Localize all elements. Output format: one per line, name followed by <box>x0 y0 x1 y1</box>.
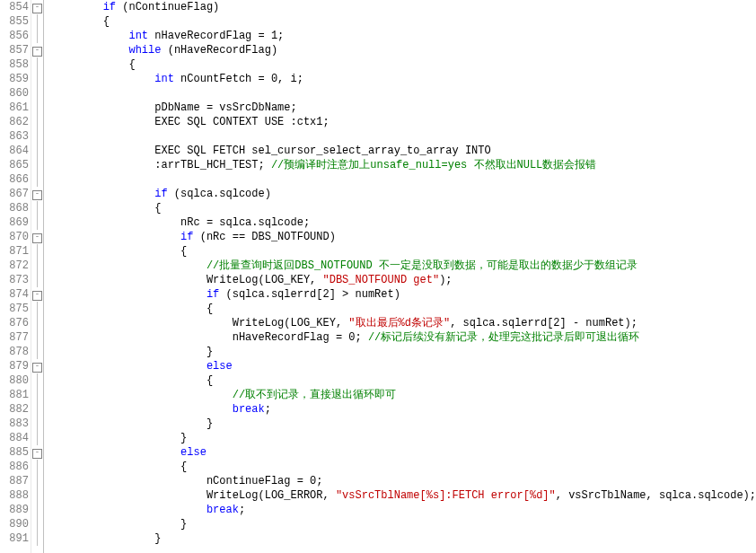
token-id: EXEC SQL CONTEXT USE :ctx1; <box>154 116 329 128</box>
code-line[interactable]: while (nHaveRecordFlag) <box>51 43 756 57</box>
fold-guide <box>31 388 43 402</box>
code-line[interactable]: if (sqlca.sqlcode) <box>51 187 756 201</box>
line-number: 867 <box>0 187 29 201</box>
token-id: EXEC SQL FETCH sel_cursor_select_array_t… <box>154 145 490 157</box>
code-line[interactable]: WriteLog(LOG_KEY, "取出最后%d条记录", sqlca.sql… <box>51 316 756 330</box>
line-number: 887 <box>0 474 29 488</box>
code-line[interactable]: { <box>51 460 756 474</box>
line-number: 866 <box>0 172 29 187</box>
code-line[interactable] <box>51 86 756 101</box>
token-com: //标记后续没有新记录，处理完这批记录后即可退出循环 <box>368 331 639 344</box>
code-line[interactable]: int nHaveRecordFlag = 1; <box>51 29 756 43</box>
token-id: { <box>180 461 187 473</box>
fold-guide <box>31 517 43 531</box>
fold-guide <box>31 215 43 230</box>
fold-guide <box>31 302 43 316</box>
token-id: (nContinueFlag) <box>116 1 219 13</box>
token-id: nHaveRecordFlag = 1; <box>148 30 284 42</box>
fold-guide <box>31 115 43 129</box>
token-kw: int <box>128 30 148 42</box>
token-kw: if <box>180 231 193 243</box>
code-line[interactable]: int nCountFetch = 0, i; <box>51 72 756 86</box>
fold-guide <box>31 474 43 488</box>
line-number: 858 <box>0 57 29 72</box>
code-line[interactable]: } <box>51 345 756 359</box>
code-line[interactable]: { <box>51 201 756 215</box>
code-line[interactable]: nRc = sqlca.sqlcode; <box>51 215 756 230</box>
fold-guide <box>31 29 43 43</box>
code-line[interactable]: //取不到记录，直接退出循环即可 <box>51 388 756 402</box>
fold-guide <box>31 144 43 158</box>
code-area[interactable]: if (nContinueFlag) { int nHaveRecordFlag… <box>44 0 756 553</box>
code-line[interactable]: :arrTBL_HCH_TEST; //预编译时注意加上unsafe_null=… <box>51 158 756 172</box>
line-number: 869 <box>0 215 29 230</box>
token-id: nCountFetch = 0, i; <box>174 73 303 85</box>
token-id: , sqlca.sqlerrd[2] - numRet); <box>450 317 637 329</box>
token-id: { <box>128 58 135 71</box>
code-line[interactable]: EXEC SQL FETCH sel_cursor_select_array_t… <box>51 144 756 158</box>
code-line[interactable]: } <box>51 431 756 445</box>
fold-toggle-icon[interactable]: - <box>31 0 43 14</box>
token-id: (sqlca.sqlcode) <box>168 188 271 200</box>
line-number-gutter: 8548558568578588598608618628638648658668… <box>0 0 31 553</box>
code-line[interactable]: { <box>51 14 756 29</box>
line-number: 856 <box>0 29 29 43</box>
token-id: ); <box>439 274 452 286</box>
code-line[interactable]: pDbName = vsSrcDbName; <box>51 101 756 115</box>
code-line[interactable]: break; <box>51 402 756 417</box>
code-line[interactable]: EXEC SQL CONTEXT USE :ctx1; <box>51 115 756 129</box>
fold-toggle-icon[interactable]: - <box>31 445 43 460</box>
fold-toggle-icon[interactable]: - <box>31 359 43 373</box>
code-line[interactable]: break; <box>51 503 756 517</box>
code-line[interactable]: WriteLog(LOG_ERROR, "vsSrcTblName[%s]:FE… <box>51 488 756 503</box>
code-line[interactable]: nContinueFlag = 0; <box>51 474 756 488</box>
token-kw: break <box>207 504 239 516</box>
line-number: 883 <box>0 417 29 431</box>
code-line[interactable]: { <box>51 373 756 388</box>
fold-guide <box>31 101 43 115</box>
code-line[interactable]: if (nContinueFlag) <box>51 0 756 14</box>
code-line[interactable]: } <box>51 417 756 431</box>
fold-guide <box>31 402 43 417</box>
fold-toggle-icon[interactable]: - <box>31 187 43 201</box>
line-number: 889 <box>0 503 29 517</box>
fold-guide <box>31 172 43 187</box>
code-line[interactable] <box>51 129 756 144</box>
code-line[interactable]: if (nRc == DBS_NOTFOUND) <box>51 230 756 244</box>
fold-toggle-icon[interactable]: - <box>31 287 43 302</box>
code-line[interactable]: //批量查询时返回DBS_NOTFOUND 不一定是没取到数据，可能是取出的数据… <box>51 259 756 273</box>
fold-guide <box>31 244 43 259</box>
line-number: 875 <box>0 302 29 316</box>
line-number: 888 <box>0 488 29 503</box>
token-kw: if <box>103 1 116 13</box>
token-str: "取出最后%d条记录" <box>348 317 450 329</box>
code-line[interactable]: WriteLog(LOG_KEY, "DBS_NOTFOUND get"); <box>51 273 756 287</box>
fold-toggle-icon[interactable]: - <box>31 230 43 244</box>
token-id: (nRc == DBS_NOTFOUND) <box>193 231 335 243</box>
code-line[interactable]: { <box>51 302 756 316</box>
code-line[interactable]: else <box>51 445 756 460</box>
code-line[interactable]: if (sqlca.sqlerrd[2] > numRet) <box>51 287 756 302</box>
code-line[interactable]: else <box>51 359 756 373</box>
fold-guide <box>31 86 43 101</box>
line-number: 874 <box>0 287 29 302</box>
line-number: 865 <box>0 158 29 172</box>
line-number: 864 <box>0 144 29 158</box>
token-id: ; <box>265 403 271 416</box>
line-number: 855 <box>0 14 29 29</box>
fold-guide <box>31 417 43 431</box>
code-line[interactable]: } <box>51 517 756 531</box>
line-number: 880 <box>0 373 29 388</box>
token-id: { <box>180 245 187 258</box>
token-id: } <box>180 518 187 531</box>
code-line[interactable]: nHaveRecordFlag = 0; //标记后续没有新记录，处理完这批记录… <box>51 330 756 345</box>
fold-toggle-icon[interactable]: - <box>31 43 43 57</box>
code-line[interactable]: { <box>51 244 756 259</box>
line-number: 886 <box>0 460 29 474</box>
token-id: { <box>103 15 110 28</box>
line-number: 877 <box>0 330 29 345</box>
token-id: WriteLog(LOG_KEY, <box>207 274 323 286</box>
code-line[interactable] <box>51 172 756 187</box>
code-line[interactable]: } <box>51 531 756 546</box>
code-line[interactable]: { <box>51 57 756 72</box>
